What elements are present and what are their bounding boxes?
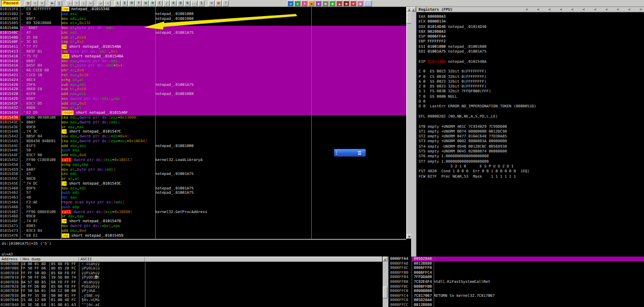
instruction-address[interactable]: 0101542F bbox=[0, 101, 20, 106]
dump-row[interactable]: 0100704015 48 12 0001 80 4D FC§H↕.☺ÇMü bbox=[0, 298, 382, 302]
instruction-address[interactable]: 01015463 bbox=[0, 195, 20, 200]
hex-dump-pane[interactable]: Address Hex dump ASCII 0100700018 00 01 … bbox=[0, 257, 382, 307]
instruction-address[interactable]: 01015467 bbox=[0, 210, 20, 215]
instruction-address[interactable]: 0101541D bbox=[0, 68, 20, 73]
collapse-mark-icon[interactable]: < bbox=[571, 8, 573, 12]
register-line[interactable] bbox=[419, 54, 644, 59]
collapse-mark-icon[interactable]: < bbox=[628, 8, 631, 12]
stack-row[interactable]: 0006FFB00006FFC4 bbox=[389, 271, 644, 275]
register-line[interactable] bbox=[419, 109, 644, 114]
instruction-address[interactable]: 0101544E bbox=[0, 148, 20, 153]
register-line[interactable]: 3 2 1 0 E S P U O Z D I bbox=[419, 164, 644, 169]
register-line[interactable]: P 0 CS 001B 32bit 0(FFFFFFFF) bbox=[419, 75, 644, 79]
instruction-address[interactable]: 0101540A bbox=[0, 26, 20, 31]
instruction-address[interactable]: 01015413 bbox=[0, 49, 20, 54]
column-divider[interactable] bbox=[61, 7, 62, 239]
instruction-address[interactable]: 01015471 bbox=[0, 224, 20, 229]
collapse-mark-icon[interactable]: < bbox=[594, 8, 596, 12]
register-line[interactable]: EBP FFFFFFF2 bbox=[419, 39, 644, 44]
instruction-address[interactable]: 0101545C bbox=[0, 177, 20, 181]
window-button-patches[interactable]: / bbox=[163, 1, 170, 6]
window-button-W[interactable]: W bbox=[142, 1, 149, 6]
register-line[interactable]: EAX 000000A3 bbox=[419, 14, 644, 19]
instruction-address[interactable]: 01015402 bbox=[0, 12, 20, 17]
plugin-button-6[interactable]: ▦ bbox=[322, 1, 328, 6]
instruction-address[interactable]: 0101540C bbox=[0, 31, 20, 35]
restart-button[interactable]: « bbox=[32, 1, 38, 6]
register-line[interactable]: ST2 empty +UNORM 0477 016AC648 77D30A85 bbox=[419, 134, 644, 139]
window-button-T[interactable]: T bbox=[135, 1, 142, 6]
animate-into-button[interactable]: ⇓ bbox=[80, 1, 86, 6]
register-line[interactable]: ESI 01001000 notepad_.01001000 bbox=[419, 45, 644, 49]
window-button-L[interactable]: L bbox=[114, 1, 121, 6]
register-line[interactable]: EFL 00000282 (NO,NB,NE,A,S,PO,L,LE) bbox=[419, 114, 644, 119]
register-line[interactable]: ST0 empty +UNORM 401C 7C934029 7C99D600 bbox=[419, 125, 644, 129]
register-line[interactable]: T 0 GS 0000 NULL bbox=[419, 94, 644, 99]
stack-row[interactable]: 0006FFC47C817067RETURN to kernel32.7C817… bbox=[389, 294, 644, 298]
register-line[interactable]: ST4 empty -UNORM 8940 0012BCBC 00568938 bbox=[419, 144, 644, 149]
window-button-E[interactable]: E bbox=[121, 1, 128, 6]
animate-over-button[interactable]: ⇒ bbox=[87, 1, 93, 6]
instruction-address[interactable]: 01015473 bbox=[0, 229, 20, 233]
instruction-address[interactable]: 0101542B bbox=[0, 92, 20, 97]
instruction-address[interactable]: 0101545E bbox=[0, 181, 20, 186]
stack-scrollbar[interactable]: ▲ bbox=[383, 257, 389, 307]
instruction-address[interactable]: 010153FD bbox=[0, 7, 20, 12]
help-button[interactable]: ? bbox=[222, 1, 229, 6]
instruction-address[interactable]: 01015405 bbox=[0, 21, 20, 26]
plugin-button-4[interactable]: ● bbox=[308, 1, 314, 6]
dump-row[interactable]: 01007018FF 50 FF D639 5D 08 74ÿPÿÖ9]◘t bbox=[0, 275, 382, 280]
register-line[interactable]: FCW 027F Prec NEAR,53 Mask 1 1 1 1 1 1 bbox=[419, 174, 644, 179]
step-into-button[interactable]: ↓ bbox=[66, 1, 72, 6]
collapse-mark-icon[interactable]: < bbox=[583, 8, 585, 12]
stack-row[interactable]: 0006FFB87C92E4F4ntdll.KiFastSystemCallRe… bbox=[389, 280, 644, 284]
column-divider[interactable] bbox=[20, 7, 20, 239]
window-button-R[interactable]: R bbox=[184, 1, 191, 6]
dump-row[interactable]: 0100700018 00 01 8D85 68 FD FF↑.☺ìàhýÿ bbox=[0, 262, 382, 266]
open-file-button[interactable]: ▤ bbox=[25, 1, 31, 6]
register-line[interactable] bbox=[419, 119, 644, 124]
register-line[interactable]: FST 4020 Cond 1 0 0 0 Err 0 0 1 0 0 0 0 … bbox=[419, 169, 644, 174]
instruction-address[interactable]: 0101545B bbox=[0, 172, 20, 177]
stack-row[interactable]: 0006FFC000000000 bbox=[389, 289, 644, 294]
register-line[interactable]: S 1 FS 003B 32bit 7FFDF000(FFF) bbox=[419, 89, 644, 94]
instruction-address[interactable]: 01015459 bbox=[0, 167, 20, 172]
plugin-button-2[interactable]: ✚ bbox=[294, 1, 301, 6]
window-button-S[interactable]: S bbox=[198, 1, 204, 6]
dump-row[interactable]: 0100703800 FF 35 3890 00 01 FF.ÿ58É.☺ÿ bbox=[0, 294, 382, 298]
register-line[interactable]: EDI 01001A75 notepad_.01001A75 bbox=[419, 49, 644, 54]
column-divider[interactable] bbox=[79, 262, 79, 307]
instruction-address[interactable]: 01015424 bbox=[0, 78, 20, 83]
instruction-address[interactable]: 01015440 bbox=[0, 129, 20, 134]
instruction-address[interactable]: 0101541A bbox=[0, 63, 20, 68]
scroll-thumb[interactable] bbox=[383, 287, 387, 298]
instruction-address[interactable]: 01015462 bbox=[0, 191, 20, 195]
instruction-address[interactable]: 0101543C bbox=[0, 120, 20, 125]
plugin-button-11[interactable]: ▨ bbox=[357, 1, 363, 6]
window-button-M[interactable]: M bbox=[128, 1, 135, 6]
window-button-C[interactable]: C bbox=[156, 1, 163, 6]
register-line[interactable]: ST6 empty 1.0000000000000000000 bbox=[419, 154, 644, 159]
pause-button[interactable]: ‖ bbox=[56, 1, 62, 6]
instruction-address[interactable]: 01015464 bbox=[0, 200, 20, 205]
collapse-mark-icon[interactable]: < bbox=[640, 8, 642, 12]
until-return-button[interactable]: ↵ bbox=[97, 1, 104, 6]
dump-row[interactable]: 01007008FF 50 FF D68D 85 28 FCÿPÿÖìà(ü bbox=[0, 266, 382, 271]
go-to-button[interactable]: → bbox=[104, 1, 111, 6]
stack-row[interactable]: 0006FFB47FFDDA00 bbox=[389, 275, 644, 280]
instruction-address[interactable]: 01015411 bbox=[0, 45, 20, 49]
instruction-address[interactable]: 01015476 bbox=[0, 233, 20, 238]
instruction-address[interactable]: 01015426 bbox=[0, 83, 20, 87]
instruction-address[interactable]: 01015434 bbox=[0, 111, 20, 115]
window-button-H[interactable]: H bbox=[149, 1, 156, 6]
column-divider[interactable] bbox=[21, 262, 21, 307]
run-button[interactable]: ▶ bbox=[49, 1, 55, 6]
instruction-address[interactable]: 01015460 bbox=[0, 186, 20, 191]
instruction-address[interactable]: 01015445 bbox=[0, 139, 20, 144]
instruction-address[interactable]: 01015418 bbox=[0, 59, 20, 64]
appearance-button[interactable]: ▦ bbox=[215, 1, 222, 6]
instruction-address[interactable]: 0101546D bbox=[0, 214, 20, 219]
instruction-address[interactable]: 01015458 bbox=[0, 163, 20, 167]
register-line[interactable]: ECX 00000134 bbox=[419, 19, 644, 24]
windows-list-button[interactable]: ≡ bbox=[208, 1, 215, 6]
